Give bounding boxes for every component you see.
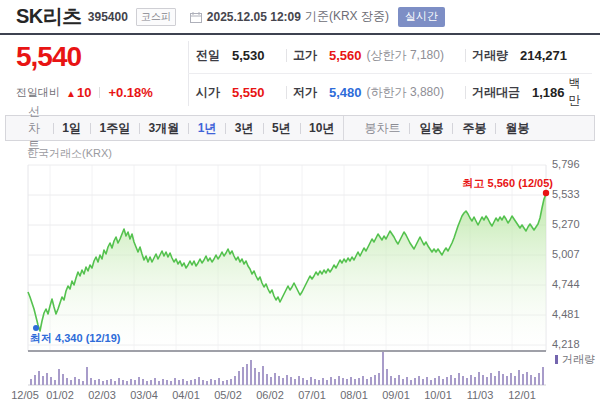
tab-3month[interactable]: 3개월 bbox=[149, 120, 180, 137]
volume-legend-icon bbox=[555, 355, 558, 364]
realtime-badge[interactable]: 실시간 bbox=[398, 7, 445, 27]
candle-chart-tab-group: 봉차트 일봉 주봉 월봉 bbox=[344, 120, 538, 137]
prev-close-cell: 전일 5,530 bbox=[196, 47, 286, 64]
x-axis-label: 12/05 bbox=[11, 389, 39, 401]
low-annotation: 최저 4,340 (12/19) bbox=[30, 331, 121, 346]
x-axis-label: 02/03 bbox=[88, 389, 116, 401]
change-separator bbox=[99, 87, 100, 98]
column-separator bbox=[465, 49, 466, 62]
x-axis-label: 06/02 bbox=[256, 389, 284, 401]
volume-legend-label: 거래량 bbox=[562, 352, 595, 367]
stock-name: SK리츠 bbox=[16, 3, 82, 30]
high-price-cell: 고가 5,560 (상한가 7,180) bbox=[293, 47, 465, 64]
market-badge: 코스피 bbox=[136, 8, 176, 26]
tab-daily-candle[interactable]: 일봉 bbox=[419, 120, 443, 137]
x-axis-label: 05/02 bbox=[214, 389, 242, 401]
y-axis-label: 4,744 bbox=[552, 278, 580, 290]
open-price-cell: 시가 5,550 bbox=[196, 84, 286, 101]
tab-3year[interactable]: 3년 bbox=[235, 120, 254, 137]
tab-1year[interactable]: 1년 bbox=[198, 120, 217, 137]
high-annotation: 최고 5,560 (12/05) bbox=[463, 176, 554, 191]
trade-value-cell: 거래대금 1,186 백만 bbox=[472, 75, 592, 109]
volume-cell: 거래량 214,271 bbox=[472, 47, 592, 64]
volume-legend: 거래량 bbox=[555, 352, 595, 367]
quote-datetime: 2025.12.05 12:09 bbox=[207, 10, 301, 24]
change-percent: +0.18% bbox=[108, 85, 152, 100]
tab-1day[interactable]: 1일 bbox=[62, 120, 81, 137]
column-separator bbox=[286, 49, 287, 62]
x-axis-label: 12/01 bbox=[508, 389, 536, 401]
y-axis-label: 5,270 bbox=[552, 218, 580, 230]
x-axis-label: 01/02 bbox=[46, 389, 74, 401]
chart-source-label: 한국거래소(KRX) bbox=[27, 146, 112, 161]
x-axis-label: 04/01 bbox=[172, 389, 200, 401]
candle-chart-group-label: 봉차트 bbox=[364, 120, 400, 137]
up-triangle-icon: ▲ bbox=[66, 88, 76, 99]
y-axis-label: 5,007 bbox=[552, 248, 580, 260]
summary-table: 전일 5,530 고가 5,560 (상한가 7,180) 거래량 214,27… bbox=[188, 37, 592, 110]
tab-10year[interactable]: 10년 bbox=[309, 120, 334, 137]
y-axis-label: 5,533 bbox=[552, 188, 580, 200]
stock-quote-widget: SK리츠 395400 코스피 2025.12.05 12:09 기준(KRX … bbox=[0, 0, 600, 409]
y-axis-label: 4,218 bbox=[552, 338, 580, 350]
quote-datetime-basis: 기준(KRX 장중) bbox=[305, 8, 389, 25]
column-separator bbox=[465, 86, 466, 99]
stock-code: 395400 bbox=[88, 10, 128, 24]
x-axis-label: 09/01 bbox=[382, 389, 410, 401]
low-price-cell: 저가 5,480 (하한가 3,880) bbox=[293, 84, 465, 101]
header: SK리츠 395400 코스피 2025.12.05 12:09 기준(KRX … bbox=[0, 0, 600, 33]
x-axis-label: 07/01 bbox=[298, 389, 326, 401]
calendar-icon bbox=[190, 11, 202, 23]
tab-1week[interactable]: 1주일 bbox=[99, 120, 130, 137]
y-axis-label: 5,796 bbox=[552, 158, 580, 170]
tab-5year[interactable]: 5년 bbox=[272, 120, 291, 137]
price-change-row: 전일대비 ▲10 +0.18% bbox=[16, 85, 153, 100]
x-axis-label: 03/04 bbox=[130, 389, 158, 401]
price-section: 5,540 전일대비 ▲10 +0.18% 전일 5,530 고가 5,560 … bbox=[0, 35, 600, 112]
tab-monthly-candle[interactable]: 월봉 bbox=[505, 120, 529, 137]
x-axis-label: 11/03 bbox=[467, 389, 494, 401]
chart-period-tabbar: 선차트 1일 1주일 3개월 1년 3년 5년 10년 봉차트 일봉 주봉 월봉 bbox=[5, 115, 595, 141]
x-axis-label: 08/01 bbox=[340, 389, 368, 401]
current-price: 5,540 bbox=[16, 41, 81, 73]
change-value: ▲10 bbox=[66, 85, 91, 100]
y-axis-label: 4,481 bbox=[552, 308, 580, 320]
tab-weekly-candle[interactable]: 주봉 bbox=[462, 120, 486, 137]
change-label: 전일대비 bbox=[16, 85, 60, 100]
column-separator bbox=[286, 86, 287, 99]
summary-row-1: 전일 5,530 고가 5,560 (상한가 7,180) 거래량 214,27… bbox=[188, 37, 592, 74]
x-axis-label: 10/01 bbox=[424, 389, 452, 401]
